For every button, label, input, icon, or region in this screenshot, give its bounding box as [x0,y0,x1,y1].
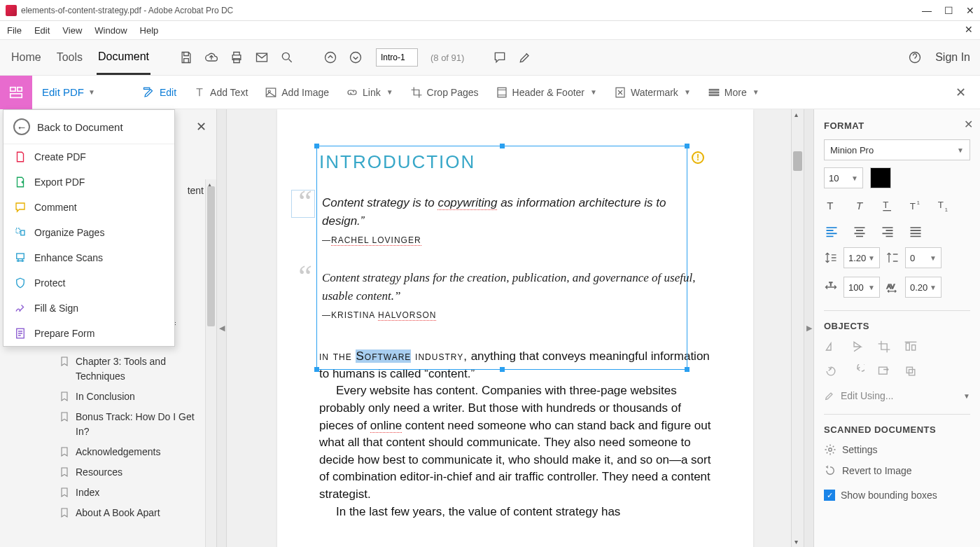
tracking-input[interactable]: 0.20▼ [905,277,941,298]
font-color-swatch[interactable] [870,167,891,188]
fill-sign-item[interactable]: Fill & Sign [4,296,174,321]
more-dropdown[interactable]: More▼ [702,82,765,103]
tab-home[interactable]: Home [10,41,43,74]
link-dropdown[interactable]: Link▼ [340,82,399,103]
bookmark-item[interactable]: Chapter 3: Tools and Techniques [59,354,201,384]
text-superscript-icon[interactable]: T1 [908,198,923,214]
bookmark-item[interactable]: Acknowledgements [59,445,201,459]
edit-mode-icon[interactable] [0,76,32,109]
add-image-button[interactable]: Add Image [259,82,335,103]
maximize-button[interactable]: ☐ [944,5,953,16]
menu-edit[interactable]: Edit [34,25,50,36]
bookmarks-scrollbar[interactable]: ▴ [205,179,216,547]
text-regular-icon[interactable]: T [824,198,839,214]
svg-rect-6 [10,93,22,97]
left-collapse-handle[interactable]: ◀ [217,109,227,547]
svg-text:T: T [827,200,833,212]
align-right-icon[interactable] [880,223,895,239]
bookmark-item[interactable]: In Conclusion [59,389,201,404]
svg-point-35 [829,448,832,452]
text-subscript-icon[interactable]: T1 [936,198,951,214]
minimize-button[interactable]: — [922,5,932,16]
font-family-select[interactable]: Minion Pro▼ [824,139,970,160]
header-footer-dropdown[interactable]: Header & Footer▼ [490,82,603,103]
page-down-icon[interactable] [348,50,363,65]
close-window-button[interactable]: ✕ [966,5,974,16]
prepare-form-item[interactable]: Prepare Form [4,321,174,346]
page-number-input[interactable] [376,48,418,67]
edit-using-dropdown[interactable]: Edit Using... ▼ [824,390,970,401]
font-size-input[interactable]: 10▼ [824,167,863,188]
line-spacing-input[interactable]: 1.20▼ [844,247,880,268]
watermark-dropdown[interactable]: Watermark▼ [608,82,696,103]
text-underline-icon[interactable]: T [880,198,895,214]
align-justify-icon[interactable] [908,223,923,239]
tab-tools[interactable]: Tools [55,41,84,74]
organize-pages-item[interactable]: Organize Pages [4,220,174,245]
body-paragraphs: in the Software industry, anything that … [319,348,711,520]
replace-image-icon[interactable] [877,364,891,380]
svg-text:T: T [883,200,888,210]
tab-document[interactable]: Document [97,41,150,75]
svg-text:1: 1 [945,207,948,213]
scrollbar-thumb[interactable] [207,186,215,326]
flip-horizontal-icon[interactable] [824,340,838,356]
edit-button[interactable]: Edit [137,82,182,103]
page-up-icon[interactable] [323,50,338,65]
crop-object-icon[interactable] [877,340,891,356]
scrollbar-thumb[interactable] [793,151,802,171]
export-pdf-item[interactable]: Export PDF [4,169,174,195]
document-scrollbar[interactable]: ▴ ▾ [791,109,804,547]
document-viewport[interactable]: ▴ ▾ ! INTRODUCTION “ Content strategy is… [227,109,804,547]
edit-pdf-dropdown[interactable]: Edit PDF▼ [42,86,95,98]
revert-to-image[interactable]: Revert to Image [824,464,970,477]
crop-pages-button[interactable]: Crop Pages [405,82,484,103]
title-bar: elements-of-content-strategy.pdf - Adobe… [0,0,980,21]
close-bookmarks-icon[interactable]: ✕ [196,119,206,134]
bookmark-item[interactable]: Bonus Track: How Do I Get In? [59,410,201,439]
menubar-close-icon[interactable]: ✕ [965,24,973,35]
back-to-document[interactable]: ← Back to Document [4,110,174,144]
tracking-icon: AV [886,280,899,294]
align-objects-icon[interactable] [904,340,918,356]
add-text-button[interactable]: Add Text [188,82,253,103]
enhance-scans-item[interactable]: Enhance Scans [4,245,174,270]
text-selection-frame[interactable] [316,146,687,370]
text-italic-icon[interactable]: T [852,198,867,214]
print-icon[interactable] [229,50,244,65]
scanned-settings[interactable]: Settings [824,443,970,456]
comment-item[interactable]: Comment [4,195,174,220]
email-icon[interactable] [254,50,270,65]
align-center-icon[interactable] [852,223,867,239]
show-bounding-boxes-checkbox[interactable]: ✓ Show bounding boxes [824,490,970,501]
flip-vertical-icon[interactable] [850,340,864,356]
help-icon[interactable] [907,50,923,65]
close-format-panel-icon[interactable]: ✕ [964,118,973,131]
sign-in-link[interactable]: Sign In [935,51,970,64]
search-icon[interactable] [279,50,295,65]
save-icon[interactable] [178,50,194,65]
warning-badge-icon[interactable]: ! [692,151,704,164]
close-edit-toolbar[interactable]: ✕ [948,85,973,100]
cloud-upload-icon[interactable] [204,50,219,65]
bookmark-item[interactable]: Index [59,485,201,500]
rotate-cw-icon[interactable] [850,364,864,380]
rotate-ccw-icon[interactable] [824,364,838,380]
comment-bubble-icon[interactable] [492,50,507,65]
align-left-icon[interactable] [824,223,839,239]
create-pdf-item[interactable]: Create PDF [4,144,174,169]
bookmark-item[interactable]: About A Book Apart [59,506,201,520]
highlight-pen-icon[interactable] [517,50,533,65]
menu-file[interactable]: File [7,25,22,36]
format-panel: ✕ FORMAT Minion Pro▼ 10▼ T T T T1 T1 1.2… [813,109,980,547]
protect-item[interactable]: Protect [4,270,174,296]
arrange-icon[interactable] [904,364,918,380]
menu-view[interactable]: View [62,25,82,36]
right-collapse-handle[interactable]: ▶ [804,109,813,547]
svg-rect-11 [498,88,506,97]
menu-help[interactable]: Help [140,25,159,36]
bookmark-item[interactable]: Resources [59,465,201,480]
paragraph-spacing-input[interactable]: 0▼ [905,247,941,268]
menu-window[interactable]: Window [94,25,127,36]
horizontal-scale-input[interactable]: 100▼ [844,277,880,298]
